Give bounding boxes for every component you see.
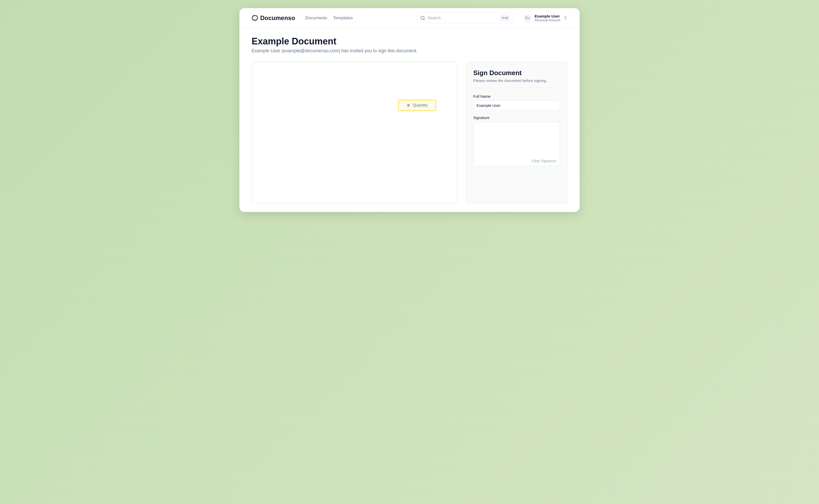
nav-documents[interactable]: Documents bbox=[305, 15, 327, 21]
main-nav: Documents Templates bbox=[305, 15, 352, 21]
field-label: Quantity bbox=[413, 103, 428, 108]
search-icon bbox=[420, 15, 425, 21]
document-viewer[interactable]: Quantity bbox=[251, 62, 458, 204]
page-title: Example Document bbox=[251, 36, 568, 47]
signature-canvas[interactable]: Clear Signature bbox=[473, 122, 560, 166]
signature-label: Signature bbox=[473, 115, 560, 120]
avatar: EU bbox=[524, 14, 532, 22]
fullname-group: Full Name bbox=[473, 94, 560, 110]
content: Example Document Example User (example@d… bbox=[239, 28, 580, 212]
search-box[interactable]: ⌘+K bbox=[417, 13, 513, 23]
svg-line-1 bbox=[424, 19, 425, 20]
svg-line-5 bbox=[409, 104, 409, 107]
quantity-field[interactable]: Quantity bbox=[398, 100, 436, 111]
nav-templates[interactable]: Templates bbox=[333, 15, 352, 21]
page-subtitle: Example User (example@documenso.com) has… bbox=[251, 48, 568, 54]
svg-point-0 bbox=[421, 16, 424, 19]
svg-line-4 bbox=[408, 104, 408, 107]
signature-group: Signature Clear Signature bbox=[473, 115, 560, 166]
user-menu[interactable]: EU Example User Personal Account bbox=[524, 14, 568, 22]
main-area: Quantity Sign Document Please review the… bbox=[251, 62, 568, 204]
sidebar-title: Sign Document bbox=[473, 69, 560, 77]
fullname-input[interactable] bbox=[473, 100, 560, 110]
chevron-up-down-icon bbox=[563, 16, 568, 20]
logo-icon bbox=[251, 15, 258, 21]
search-input[interactable] bbox=[428, 16, 498, 20]
hash-icon bbox=[406, 103, 411, 107]
document-page: Quantity bbox=[253, 63, 457, 203]
search-shortcut: ⌘+K bbox=[500, 15, 510, 21]
user-info: Example User Personal Account bbox=[535, 14, 560, 22]
brand-name: Documenso bbox=[260, 14, 295, 22]
user-name: Example User bbox=[535, 14, 560, 18]
user-role: Personal Account bbox=[535, 18, 560, 22]
app-container: Documenso Documents Templates ⌘+K EU Exa… bbox=[239, 8, 580, 212]
header: Documenso Documents Templates ⌘+K EU Exa… bbox=[239, 8, 580, 28]
sidebar-subtitle: Please review the document before signin… bbox=[473, 78, 560, 88]
clear-signature-button[interactable]: Clear Signature bbox=[532, 159, 556, 163]
sign-sidebar: Sign Document Please review the document… bbox=[466, 62, 568, 204]
logo[interactable]: Documenso bbox=[251, 14, 295, 22]
fullname-label: Full Name bbox=[473, 94, 560, 98]
